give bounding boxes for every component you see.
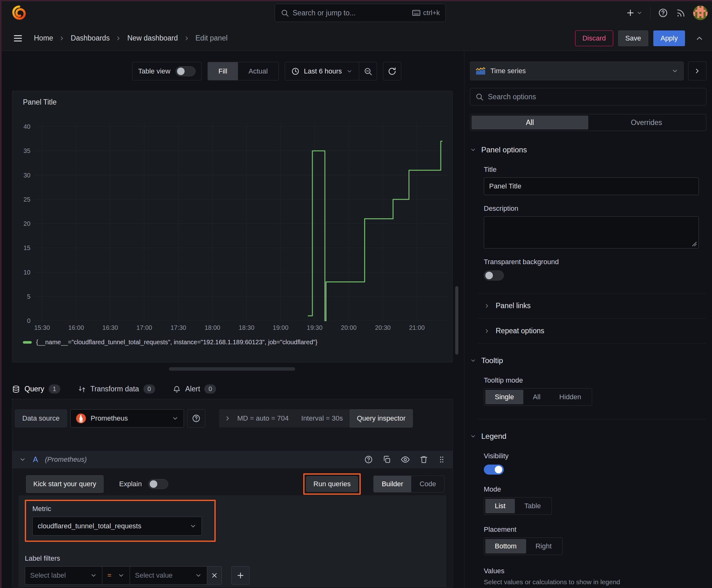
scrollbar-thumb[interactable] <box>455 286 458 355</box>
legend-series-swatch[interactable] <box>23 341 32 344</box>
panel-resize-handle[interactable] <box>169 367 295 371</box>
apply-button[interactable]: Apply <box>653 30 685 46</box>
refresh-button[interactable] <box>383 62 401 80</box>
actual-option[interactable]: Actual <box>238 62 278 80</box>
svg-text:25: 25 <box>24 196 30 203</box>
repeat-options-section[interactable]: Repeat options <box>470 318 706 343</box>
chevron-down-icon <box>90 572 97 579</box>
duplicate-icon[interactable] <box>382 455 391 464</box>
svg-text:30: 30 <box>24 172 30 179</box>
datasource-picker[interactable]: Prometheus <box>70 409 184 427</box>
resize-handle-icon[interactable] <box>692 241 697 247</box>
grafana-logo-icon[interactable] <box>11 5 26 20</box>
transparent-background-toggle[interactable] <box>484 270 504 280</box>
operator-value: = <box>107 571 111 580</box>
fill-option[interactable]: Fill <box>208 62 238 80</box>
all-option[interactable]: All <box>472 115 588 129</box>
help-icon[interactable] <box>658 8 668 18</box>
edit-actions: Discard Save Apply <box>575 30 704 46</box>
builder-option[interactable]: Builder <box>373 476 411 492</box>
breadcrumb-dashboards[interactable]: Dashboards <box>71 34 110 42</box>
metric-label: Metric <box>33 505 214 513</box>
legend-bottom-option[interactable]: Bottom <box>486 539 526 553</box>
code-option[interactable]: Code <box>411 476 444 492</box>
discard-button[interactable]: Discard <box>575 30 613 46</box>
legend-section-header[interactable]: Legend <box>470 432 706 441</box>
timeseries-chart: 051015202530354015:3016:0016:3017:0017:3… <box>12 110 452 336</box>
tooltip-single-option[interactable]: Single <box>486 390 523 404</box>
overrides-option[interactable]: Overrides <box>588 115 705 129</box>
operator-dropdown[interactable]: = <box>102 566 130 585</box>
save-button[interactable]: Save <box>618 30 648 46</box>
description-textarea[interactable] <box>484 216 699 249</box>
panel-links-section[interactable]: Panel links <box>470 293 706 318</box>
window-edge-top <box>0 0 712 1</box>
visualization-picker[interactable]: Time series <box>470 62 684 80</box>
panel-title: Panel Title <box>12 91 452 106</box>
tab-alert[interactable]: Alert 0 <box>173 384 216 394</box>
news-rss-icon[interactable] <box>675 8 686 18</box>
global-search[interactable]: ctrl+k <box>275 4 446 22</box>
chevron-up-icon[interactable] <box>695 34 704 43</box>
table-view-toggle[interactable] <box>175 66 196 76</box>
metric-highlight: Metric cloudflared_tunnel_total_requests <box>25 500 216 542</box>
legend-mode-segmented: List Table <box>484 497 552 515</box>
legend-series-label[interactable]: {__name__="cloudflared_tunnel_total_requ… <box>36 339 317 346</box>
trash-icon[interactable] <box>419 455 428 464</box>
top-bar-actions <box>626 0 708 26</box>
select-value-dropdown[interactable]: Select value <box>130 566 207 585</box>
description-label: Description <box>484 205 699 213</box>
query-ref-row[interactable]: A (Prometheus) <box>12 451 453 468</box>
query-ref-datasource: (Prometheus) <box>45 456 87 464</box>
legend-visibility-toggle[interactable] <box>484 465 504 475</box>
select-label-dropdown[interactable]: Select label <box>25 566 102 585</box>
remove-filter-button[interactable] <box>207 566 222 585</box>
query-ref-id: A <box>33 455 38 464</box>
svg-text:20:00: 20:00 <box>341 324 357 331</box>
tooltip-all-option[interactable]: All <box>523 390 550 404</box>
run-queries-button[interactable]: Run queries <box>306 476 358 492</box>
menu-icon[interactable] <box>13 33 23 44</box>
time-range-picker[interactable]: Last 6 hours <box>285 62 359 80</box>
query-options-summary[interactable]: MD = auto = 704 Interval = 30s <box>219 409 355 427</box>
tooltip-hidden-option[interactable]: Hidden <box>550 390 591 404</box>
options-search[interactable] <box>470 88 706 106</box>
legend-right-option[interactable]: Right <box>526 539 561 553</box>
search-icon <box>475 93 483 101</box>
drag-handle-icon[interactable] <box>438 456 446 464</box>
chevron-down-icon <box>190 523 196 530</box>
options-pane: Time series All Overrides <box>464 51 712 588</box>
chart-legend: {__name__="cloudflared_tunnel_total_requ… <box>23 339 317 346</box>
panel-options-header[interactable]: Panel options <box>470 145 706 154</box>
query-inspector-button[interactable]: Query inspector <box>350 409 413 427</box>
collapse-options-button[interactable] <box>688 62 706 80</box>
kick-start-query-button[interactable]: Kick start your query <box>26 475 104 493</box>
add-filter-button[interactable] <box>231 566 250 585</box>
legend-values-label: Values <box>484 567 699 575</box>
panel-title-input[interactable] <box>484 177 699 195</box>
panel-toolbar: Table view Fill Actual Last 6 hours <box>132 62 464 80</box>
metric-select[interactable]: cloudflared_tunnel_total_requests <box>33 517 202 536</box>
tab-query[interactable]: Query 1 <box>12 384 60 394</box>
help-icon[interactable] <box>364 455 373 464</box>
svg-text:17:30: 17:30 <box>170 324 186 331</box>
datasource-help-button[interactable] <box>187 409 205 427</box>
clock-icon <box>291 67 300 76</box>
new-button[interactable] <box>626 8 643 18</box>
builder-code-segmented: Builder Code <box>373 476 445 492</box>
chevron-down-icon <box>195 572 202 579</box>
tab-transform-data[interactable]: Transform data 0 <box>78 384 155 394</box>
eye-icon[interactable] <box>401 455 410 464</box>
tooltip-section-header[interactable]: Tooltip <box>470 356 706 365</box>
breadcrumb-home[interactable]: Home <box>34 34 53 42</box>
global-search-input[interactable] <box>293 9 408 17</box>
options-search-input[interactable] <box>488 93 701 101</box>
user-avatar[interactable] <box>693 6 708 20</box>
chevron-right-icon <box>484 303 490 309</box>
legend-list-option[interactable]: List <box>486 499 515 513</box>
zoom-out-time-button[interactable] <box>359 62 377 80</box>
legend-table-option[interactable]: Table <box>515 499 550 513</box>
database-icon <box>12 385 20 393</box>
breadcrumb-new-dashboard[interactable]: New dashboard <box>127 34 178 42</box>
explain-toggle[interactable] <box>148 479 168 489</box>
